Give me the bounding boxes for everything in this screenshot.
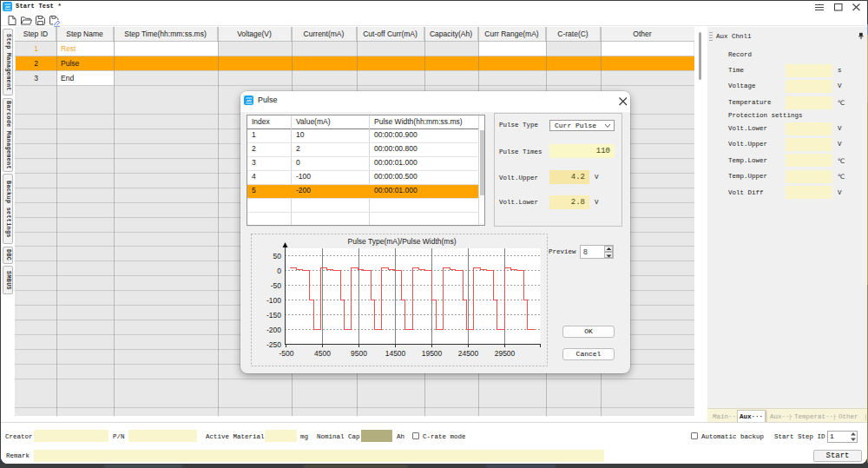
svg-text:50: 50	[273, 252, 282, 260]
svg-text:9500: 9500	[351, 349, 367, 358]
svg-text:4500: 4500	[314, 349, 331, 358]
svg-text:-500: -500	[279, 349, 293, 358]
svg-text:-250: -250	[266, 340, 281, 349]
svg-text:14500: 14500	[385, 349, 406, 358]
svg-text:Pulse Type(mA)/Pulse Width(ms): Pulse Type(mA)/Pulse Width(ms)	[347, 237, 456, 246]
svg-text:0: 0	[277, 267, 281, 275]
svg-text:-50: -50	[271, 281, 282, 290]
svg-text:29500: 29500	[495, 349, 516, 358]
svg-text:-200: -200	[266, 326, 281, 334]
svg-text:19500: 19500	[422, 349, 443, 358]
svg-text:-100: -100	[266, 296, 281, 305]
svg-text:-150: -150	[266, 311, 281, 320]
svg-text:24500: 24500	[458, 349, 479, 358]
